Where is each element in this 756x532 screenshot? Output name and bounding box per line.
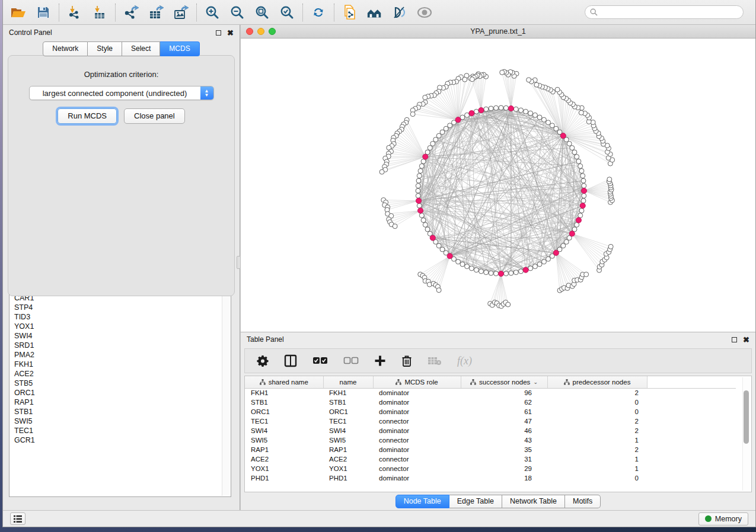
- network-node[interactable]: [489, 271, 493, 275]
- mcds-node[interactable]: [523, 267, 528, 273]
- network-node[interactable]: [484, 270, 489, 275]
- unselect-all-icon[interactable]: [343, 354, 359, 368]
- network-node[interactable]: [582, 184, 586, 188]
- network-node[interactable]: [419, 164, 424, 168]
- mcds-node[interactable]: [423, 154, 428, 159]
- network-node[interactable]: [416, 178, 421, 183]
- import-table-icon[interactable]: [91, 4, 108, 21]
- network-node[interactable]: [470, 77, 474, 82]
- table-row[interactable]: ORC1ORC1dominator610: [245, 407, 736, 416]
- network-node[interactable]: [460, 262, 465, 267]
- table-row[interactable]: RAP1RAP1dominator352: [245, 445, 736, 454]
- table-row[interactable]: YOX1YOX1connector291: [245, 464, 736, 473]
- tab-motifs[interactable]: Motifs: [565, 495, 601, 508]
- delete-table-icon[interactable]: [401, 354, 412, 368]
- network-node[interactable]: [417, 174, 422, 178]
- network-node[interactable]: [519, 269, 524, 274]
- close-panel-icon[interactable]: ✖: [227, 30, 234, 36]
- mcds-node[interactable]: [469, 110, 474, 116]
- tab-edge-table[interactable]: Edge Table: [449, 495, 502, 508]
- mcds-node[interactable]: [417, 208, 423, 213]
- mcds-result-list[interactable]: PHD1CAR1STP4TID3YOX1SWI4SRD1PMA2FKH1ACE2…: [10, 278, 222, 496]
- network-node[interactable]: [489, 106, 493, 111]
- network-node[interactable]: [456, 259, 461, 264]
- export-image-icon[interactable]: [173, 4, 189, 21]
- table-row[interactable]: SWI4SWI4dominator462: [245, 426, 736, 435]
- network-node[interactable]: [572, 150, 577, 155]
- network-node[interactable]: [537, 115, 542, 120]
- network-node[interactable]: [421, 159, 426, 164]
- network-node[interactable]: [561, 243, 566, 248]
- network-node[interactable]: [528, 266, 533, 271]
- network-node[interactable]: [421, 218, 426, 223]
- maximize-window-icon[interactable]: [269, 28, 276, 35]
- show-panels-icon[interactable]: [416, 4, 433, 21]
- network-node[interactable]: [503, 105, 508, 110]
- network-node[interactable]: [519, 108, 524, 113]
- mcds-result-item[interactable]: FKH1: [14, 360, 222, 369]
- mcds-result-item[interactable]: STB5: [14, 379, 222, 388]
- network-node[interactable]: [546, 257, 551, 261]
- hide-panels-icon[interactable]: [391, 4, 408, 21]
- zoom-out-icon[interactable]: [229, 4, 245, 21]
- network-node[interactable]: [580, 174, 585, 178]
- mcds-node[interactable]: [430, 235, 435, 241]
- mcds-result-item[interactable]: STB1: [14, 407, 222, 416]
- mcds-result-item[interactable]: ACE2: [14, 369, 222, 379]
- network-node[interactable]: [440, 247, 445, 252]
- close-table-panel-icon[interactable]: ✖: [743, 337, 749, 342]
- network-node[interactable]: [436, 288, 441, 293]
- network-node[interactable]: [425, 227, 430, 232]
- mcds-node[interactable]: [447, 254, 452, 259]
- network-node[interactable]: [416, 184, 420, 188]
- network-node[interactable]: [428, 146, 432, 150]
- show-columns-icon[interactable]: [284, 354, 297, 368]
- zoom-fit-icon[interactable]: [254, 4, 270, 21]
- network-node[interactable]: [581, 178, 586, 183]
- tab-select[interactable]: Select: [122, 41, 160, 56]
- mcds-result-item[interactable]: ORC1: [14, 388, 222, 398]
- export-network-icon[interactable]: [123, 4, 139, 21]
- network-node[interactable]: [534, 82, 539, 87]
- network-node[interactable]: [440, 130, 445, 134]
- network-canvas[interactable]: [241, 39, 755, 332]
- network-node[interactable]: [555, 87, 560, 92]
- table-row[interactable]: PHD1PHD1dominator180: [245, 473, 736, 483]
- network-node[interactable]: [448, 123, 452, 128]
- mcds-result-item[interactable]: STP4: [14, 303, 222, 312]
- tab-mcds[interactable]: MCDS: [160, 41, 199, 56]
- network-node[interactable]: [579, 110, 583, 115]
- network-node[interactable]: [550, 123, 554, 128]
- close-window-icon[interactable]: [246, 28, 253, 35]
- network-node[interactable]: [494, 105, 499, 110]
- network-node[interactable]: [474, 268, 479, 273]
- network-node[interactable]: [419, 213, 424, 218]
- network-node[interactable]: [423, 95, 428, 100]
- network-node[interactable]: [418, 168, 423, 173]
- table-row[interactable]: TEC1TEC1connector472: [245, 416, 736, 426]
- network-node[interactable]: [436, 133, 441, 138]
- network-node[interactable]: [546, 120, 551, 125]
- mcds-node[interactable]: [553, 250, 559, 255]
- network-node[interactable]: [608, 244, 613, 249]
- mcds-result-item[interactable]: YOX1: [14, 322, 222, 331]
- network-node[interactable]: [465, 113, 470, 117]
- table-scrollbar[interactable]: [742, 377, 750, 491]
- network-node[interactable]: [436, 243, 441, 248]
- network-view-titlebar[interactable]: YPA_prune.txt_1: [241, 25, 755, 39]
- table-row[interactable]: FKH1FKH1dominator962: [245, 388, 736, 398]
- network-node[interactable]: [579, 209, 584, 213]
- network-node[interactable]: [393, 224, 397, 229]
- column-header-shared-name[interactable]: shared name: [245, 376, 323, 388]
- task-history-button[interactable]: [10, 512, 25, 525]
- network-overview-icon[interactable]: [366, 4, 383, 21]
- run-mcds-button[interactable]: Run MCDS: [58, 108, 117, 124]
- network-node[interactable]: [584, 272, 589, 277]
- network-node[interactable]: [541, 117, 546, 122]
- network-node[interactable]: [509, 271, 513, 275]
- network-node[interactable]: [423, 222, 428, 227]
- network-node[interactable]: [578, 164, 583, 168]
- network-node[interactable]: [537, 262, 542, 267]
- column-header-predecessor-nodes[interactable]: predecessor nodes: [547, 376, 647, 388]
- mcds-node[interactable]: [416, 198, 421, 203]
